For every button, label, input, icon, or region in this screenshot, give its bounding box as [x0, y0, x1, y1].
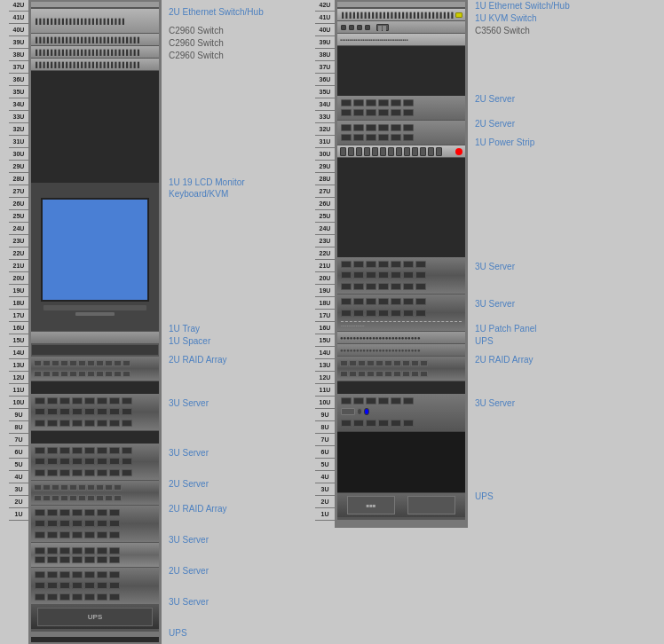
- r2-annot-server3u-2: 3U Server: [475, 285, 597, 322]
- r2-annot-ups-label: UPS: [475, 491, 494, 502]
- r2-annot-raid: 2U RAID Array: [475, 347, 597, 372]
- rack2-power-strip: [337, 145, 465, 158]
- rack2-server2u-2: [337, 121, 465, 145]
- ru-6: 6U: [9, 446, 28, 459]
- r2-annot-server3u-1-label: 3U Server: [475, 261, 515, 272]
- r2-annot-server3u-3-label: 3U Server: [475, 397, 515, 409]
- r2-annot-kvm-label: 1U KVM Switch: [475, 12, 536, 24]
- r2-annot-server3u-2-label: 3U Server: [475, 298, 515, 310]
- annot-raid2-label: 2U RAID Array: [169, 503, 227, 514]
- r2-annot-eth: 1U Ethernet Switch/Hub: [475, 0, 597, 12]
- r2-annot-patch2-label: UPS: [475, 335, 494, 347]
- lcd-screen: [41, 198, 149, 302]
- annot-raid2: 2U RAID Array: [169, 496, 299, 521]
- annot-c2960-1: C2960 Switch: [169, 24, 299, 36]
- ru-18: 18U: [9, 297, 28, 310]
- rack1-raid-1: [31, 357, 159, 381]
- r2-annot-power: 1U Power Strip: [475, 136, 597, 148]
- annot-gap2: [169, 372, 299, 384]
- ru-29: 29U: [9, 161, 28, 173]
- rack2-server2u-1: [337, 96, 465, 121]
- r2-annot-ups: UPS: [475, 483, 597, 508]
- ru-31: 31U: [9, 136, 28, 148]
- r2-annot-c3560-label: C3560 Switch: [475, 25, 530, 36]
- ru-3: 3U: [9, 483, 28, 496]
- ru-16: 16U: [9, 322, 28, 334]
- ru-20: 20U: [9, 272, 28, 285]
- rack2-ru-labels: 42U 41U 40U 39U 38U 37U 36U 35U 34U 33U …: [315, 0, 335, 528]
- rack1-c2960-2: ▐▐▐▐▐▐▐▐▐▐▐▐▐▐▐▐▐▐▐▐▐▐▐▐▐▐▐▐: [31, 46, 159, 59]
- r2-annot-server2u-1: 2U Server: [475, 86, 597, 111]
- ru-24: 24U: [9, 223, 28, 235]
- rack2-c3560: ▪▪▪▪▪▪▪▪▪▪▪▪▪▪▪▪▪▪▪▪▪▪▪▪▪▪▪▪▪▪▪▪▪▪▪▪: [337, 34, 465, 46]
- ru-22: 22U: [9, 247, 28, 260]
- ru-33: 33U: [9, 111, 28, 123]
- rack2-server3u-1: [337, 257, 465, 295]
- r2-annot-patch1-label: 1U Patch Panel: [475, 323, 537, 334]
- rack2-frame: ▐▐▐▐▐▐▐▐▐▐▐▐▐▐▐▐▐▐▐▐▐▐▐▐▐▐▐▐▐▐ ▪▪▪▪▪▪▪▪▪…: [335, 0, 468, 528]
- rack1-container: 42U 41U 40U 39U 38U 37U 36U 35U 34U 33U …: [9, 0, 299, 644]
- r2-annot-server2u-2-label: 2U Server: [475, 118, 515, 130]
- r2-annot-server2u-1-label: 2U Server: [475, 93, 515, 105]
- rack2-gap4: [337, 431, 465, 493]
- rack2-annotations: 1U Ethernet Switch/Hub 1U KVM Switch C35…: [468, 0, 597, 528]
- ru-42: 42U: [9, 0, 28, 12]
- ru-10: 10U: [9, 397, 28, 409]
- ru-15: 15U: [9, 334, 28, 347]
- ru-17: 17U: [9, 310, 28, 322]
- annot-server2u-1-label: 2U Server: [169, 478, 209, 490]
- rack2-top: [337, 2, 465, 9]
- annot-server3u-2: 3U Server: [169, 434, 299, 471]
- annot-tray-label: 1U Tray: [169, 323, 200, 334]
- annot-raid1-label: 2U RAID Array: [169, 354, 227, 365]
- rack2-patch-panel-2: ●●●●●●●●●●●●●●●●●●●●●●●●●: [337, 344, 465, 357]
- annot-lcd: 1U 19 LCD Monitor Keyboard/KVM: [169, 173, 299, 322]
- rack1-server2u-1: [31, 543, 159, 568]
- rack1-top: [31, 2, 159, 9]
- ru-35: 35U: [9, 86, 28, 98]
- annot-ups1-label: UPS: [169, 627, 187, 639]
- ru-19: 19U: [9, 285, 28, 297]
- rack1-gap3: [31, 431, 159, 444]
- ru-40: 40U: [9, 24, 28, 36]
- annot-server2u-2-label: 2U Server: [169, 565, 209, 577]
- rack1-gap1: [31, 71, 159, 183]
- ru-4: 4U: [9, 471, 28, 483]
- annot-lcd-label2: Keyboard/KVM: [169, 188, 245, 200]
- rack2-server3u-3: [337, 394, 465, 431]
- rack2-server3u-2: ................: [337, 295, 465, 332]
- annot-server3u-1-label: 3U Server: [169, 397, 209, 409]
- rack2-eth-switch: ▐▐▐▐▐▐▐▐▐▐▐▐▐▐▐▐▐▐▐▐▐▐▐▐▐▐▐▐▐▐: [337, 9, 465, 21]
- r2-annot-c3560: C3560 Switch: [475, 24, 597, 36]
- rack1-server3u-2: [31, 444, 159, 481]
- ru-5: 5U: [9, 459, 28, 471]
- ru-7: 7U: [9, 434, 28, 446]
- ru-2: 2U: [9, 496, 28, 508]
- rack1-lcd-monitor: [31, 183, 159, 332]
- rack1-ethernet-switch: ▐▐▐▐▐▐▐▐▐▐▐▐▐▐▐▐▐▐▐▐▐▐▐▐: [31, 9, 159, 34]
- r2-annot-kvm: 1U KVM Switch: [475, 12, 597, 24]
- ru-36: 36U: [9, 74, 28, 86]
- annot-eth-switch: 2U Ethernet Switch/Hub: [169, 0, 299, 24]
- annot-c2960-3: C2960 Switch: [169, 49, 299, 61]
- ru-27: 27U: [9, 185, 28, 198]
- rack2-gap1: [337, 46, 465, 96]
- rack1-tray: [31, 332, 159, 344]
- ru-14: 14U: [9, 347, 28, 359]
- annot-c2960-3-label: C2960 Switch: [169, 50, 224, 61]
- rack1-ups: UPS: [31, 605, 159, 630]
- rack2-bottom: [337, 518, 465, 525]
- annot-spacer: 1U Spacer: [169, 334, 299, 347]
- ru-32: 32U: [9, 123, 28, 136]
- ru-25: 25U: [9, 210, 28, 223]
- ru-11: 11U: [9, 384, 28, 397]
- annot-c2960-2-label: C2960 Switch: [169, 37, 224, 49]
- r2-annot-patch1: 1U Patch Panel: [475, 322, 597, 334]
- rack2-ups: ■■■: [337, 493, 465, 518]
- annot-eth-switch-label: 2U Ethernet Switch/Hub: [169, 6, 264, 18]
- r2-gap4: [475, 421, 597, 483]
- rack2-gap3: [337, 381, 465, 394]
- annot-ups1: UPS: [169, 620, 299, 644]
- annot-server2u-2: 2U Server: [169, 558, 299, 583]
- rack1-server3u-4: [31, 568, 159, 605]
